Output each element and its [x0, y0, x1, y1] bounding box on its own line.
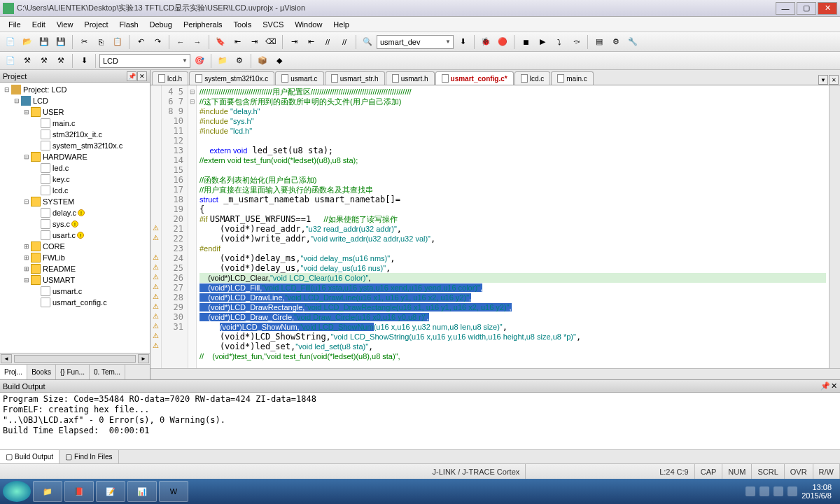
tree-item[interactable]: lcd.c [0, 185, 150, 196]
project-tree[interactable]: ⊟Project: LCD⊟LCD⊟USERmain.cstm32f10x_it… [0, 83, 150, 353]
find-combo[interactable]: usmart_dev [377, 35, 454, 49]
tree-item[interactable]: usart.c! [0, 230, 150, 241]
nav-fwd-button[interactable]: → [190, 34, 205, 50]
save-all-button[interactable]: 💾 [53, 34, 69, 50]
download-button[interactable]: ⬇ [76, 53, 92, 69]
taskbar-ppt[interactable]: 📊 [127, 481, 157, 502]
fold-column[interactable]: ⊟ ⊟ [188, 85, 197, 368]
build-close-button[interactable]: ✕ [831, 382, 837, 391]
tree-item[interactable]: key.c [0, 174, 150, 185]
tree-item[interactable]: ⊟SYSTEM [0, 196, 150, 207]
stop-button[interactable]: ⏹ [518, 34, 533, 50]
tray-icon[interactable] [788, 486, 797, 496]
tree-item[interactable]: main.c [0, 118, 150, 129]
paste-button[interactable]: 📋 [110, 34, 125, 50]
file-tab[interactable]: usmart.c [275, 71, 323, 85]
editor-hscroll[interactable] [150, 368, 840, 379]
start-button[interactable] [3, 481, 31, 502]
menu-edit[interactable]: Edit [27, 19, 51, 30]
tab-close-button[interactable]: ✕ [829, 75, 839, 85]
debug-button[interactable]: 🐞 [478, 34, 493, 50]
cut-button[interactable]: ✂ [76, 34, 92, 50]
tree-item[interactable]: ⊞FWLib [0, 252, 150, 263]
taskbar-notepad[interactable]: 📝 [96, 481, 125, 502]
tree-item[interactable]: usmart_config.c [0, 297, 150, 308]
taskbar-clock[interactable]: 13:08 2015/6/8 [802, 483, 832, 500]
file-tab[interactable]: lcd.c [514, 71, 551, 85]
close-button[interactable]: ✕ [818, 2, 837, 15]
file-ext-button[interactable]: 📁 [215, 53, 230, 69]
project-tab[interactable]: Proj... [0, 365, 27, 379]
bookmark-prev-button[interactable]: ⇤ [230, 34, 245, 50]
breakpoint-button[interactable]: 🔴 [495, 34, 510, 50]
pack-installer-button[interactable]: 📦 [255, 53, 270, 69]
manage-button[interactable]: ⚙ [232, 53, 247, 69]
translate-button[interactable]: 📄 [3, 53, 18, 69]
tree-item[interactable]: ⊟USER [0, 106, 150, 118]
outdent-button[interactable]: ⇤ [303, 34, 318, 50]
build-tab[interactable]: ▢Build Output [0, 450, 59, 463]
run-button[interactable]: ▶ [535, 34, 550, 50]
tree-item[interactable]: ⊟Project: LCD [0, 84, 150, 95]
tree-item[interactable]: delay.c! [0, 207, 150, 218]
taskbar-pdf[interactable]: 📕 [64, 481, 94, 502]
undo-button[interactable]: ↶ [133, 34, 148, 50]
tree-item[interactable]: sys.c! [0, 218, 150, 230]
rebuild-button[interactable]: ⚒ [36, 53, 52, 69]
step-over-button[interactable]: ⤼ [568, 34, 584, 50]
target-combo[interactable]: LCD [99, 54, 190, 68]
batch-build-button[interactable]: ⚒ [53, 53, 69, 69]
menu-debug[interactable]: Debug [144, 19, 178, 30]
find-next-button[interactable]: ⬇ [455, 34, 470, 50]
bookmark-next-button[interactable]: ⇥ [246, 34, 262, 50]
tools-button[interactable]: 🔧 [625, 34, 640, 50]
tree-item[interactable]: ⊟USMART [0, 274, 150, 286]
window-layout-button[interactable]: ▤ [592, 34, 607, 50]
find-button[interactable]: 🔍 [360, 34, 375, 50]
rte-button[interactable]: ◆ [272, 53, 287, 69]
tray-icon[interactable] [760, 486, 769, 496]
system-tray[interactable]: 13:08 2015/6/8 [746, 483, 837, 500]
new-file-button[interactable]: 📄 [3, 34, 18, 50]
bookmark-button[interactable]: 🔖 [213, 34, 228, 50]
indent-button[interactable]: ⇥ [286, 34, 302, 50]
menu-tools[interactable]: Tools [228, 19, 258, 30]
tree-item[interactable]: ⊞README [0, 263, 150, 274]
file-tab[interactable]: main.c [551, 71, 593, 85]
tree-item[interactable]: ⊟HARDWARE [0, 151, 150, 162]
tree-item[interactable]: usmart.c [0, 286, 150, 297]
file-tab[interactable]: usmart_config.c* [435, 71, 514, 85]
menu-file[interactable]: File [3, 19, 27, 30]
project-tab[interactable]: 0. Tem... [90, 365, 125, 379]
target-options-button[interactable]: 🎯 [192, 53, 207, 69]
file-tab[interactable]: usmart.h [386, 71, 435, 85]
config-button[interactable]: ⚙ [608, 34, 624, 50]
taskbar-explorer[interactable]: 📁 [33, 481, 62, 502]
save-button[interactable]: 💾 [36, 34, 52, 50]
menu-flash[interactable]: Flash [114, 19, 144, 30]
tree-item[interactable]: stm32f10x_it.c [0, 129, 150, 140]
redo-button[interactable]: ↷ [150, 34, 165, 50]
file-tab[interactable]: lcd.h [152, 71, 188, 85]
tree-item[interactable]: ⊟LCD [0, 95, 150, 106]
step-button[interactable]: ⤵ [552, 34, 567, 50]
editor-vscroll[interactable] [829, 85, 840, 368]
menu-svcs[interactable]: SVCS [257, 19, 289, 30]
comment-button[interactable]: // [320, 34, 335, 50]
copy-button[interactable]: ⎘ [93, 34, 108, 50]
menu-peripherals[interactable]: Peripherals [178, 19, 228, 30]
maximize-button[interactable]: ▢ [797, 2, 816, 15]
project-tab[interactable]: {} Fun... [56, 365, 90, 379]
build-output-text[interactable]: Program Size: Code=35484 RO-data=7020 RW… [0, 393, 840, 449]
menu-help[interactable]: Help [328, 19, 355, 30]
tab-dropdown-button[interactable]: ▼ [818, 75, 828, 85]
uncomment-button[interactable]: // [337, 34, 352, 50]
tree-item[interactable]: ⊞CORE [0, 241, 150, 252]
open-file-button[interactable]: 📂 [20, 34, 35, 50]
taskbar-word[interactable]: W [159, 481, 188, 502]
file-tab[interactable]: usmart_str.h [325, 71, 385, 85]
bookmark-clear-button[interactable]: ⌫ [263, 34, 279, 50]
menu-window[interactable]: Window [289, 19, 328, 30]
file-tab[interactable]: system_stm32f10x.c [189, 71, 274, 85]
project-hscroll[interactable]: ◄► [0, 353, 150, 364]
